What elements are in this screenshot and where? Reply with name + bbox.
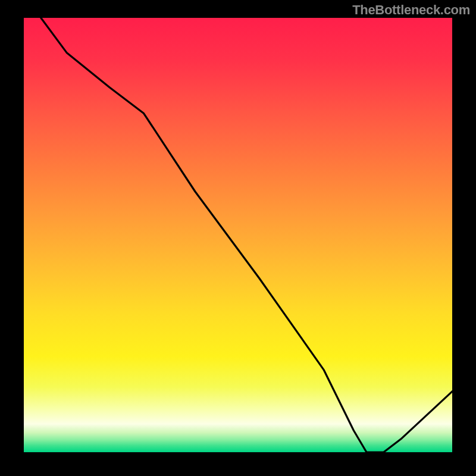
- plot-area: [24, 18, 452, 452]
- watermark-text: TheBottleneck.com: [352, 2, 470, 18]
- bottleneck-curve: [24, 18, 452, 452]
- chart-canvas: TheBottleneck.com: [0, 0, 476, 476]
